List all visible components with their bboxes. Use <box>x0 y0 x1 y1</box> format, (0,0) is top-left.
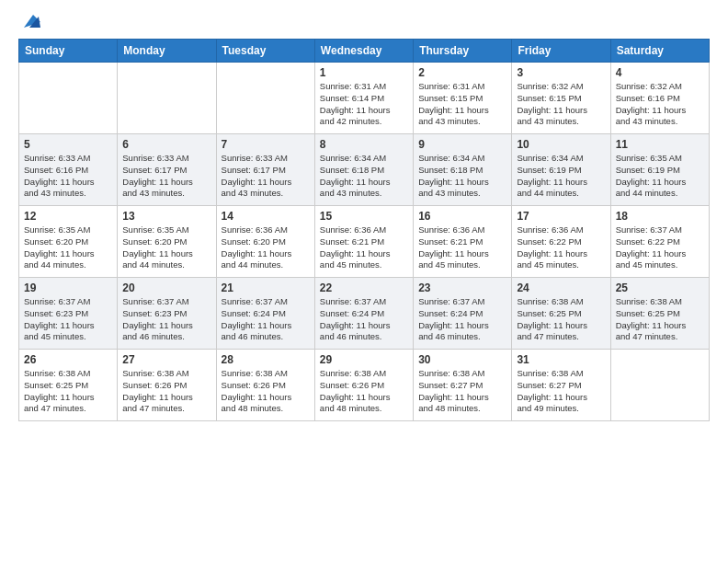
day-number: 12 <box>24 210 112 223</box>
day-info: Sunrise: 6:33 AM Sunset: 6:17 PM Dayligh… <box>222 153 310 200</box>
day-info: Sunrise: 6:36 AM Sunset: 6:21 PM Dayligh… <box>320 224 408 271</box>
calendar-cell: 9Sunrise: 6:34 AM Sunset: 6:18 PM Daylig… <box>414 134 512 206</box>
day-number: 15 <box>320 210 408 223</box>
calendar-cell: 1Sunrise: 6:31 AM Sunset: 6:14 PM Daylig… <box>314 63 413 134</box>
day-number: 11 <box>616 138 704 151</box>
logo <box>18 15 40 31</box>
calendar-cell <box>118 63 216 134</box>
day-number: 29 <box>320 353 408 366</box>
day-number: 7 <box>222 138 310 151</box>
day-info: Sunrise: 6:38 AM Sunset: 6:26 PM Dayligh… <box>320 368 408 415</box>
page: SundayMondayTuesdayWednesdayThursdayFrid… <box>0 0 728 563</box>
day-header-saturday: Saturday <box>610 40 709 63</box>
day-number: 23 <box>418 282 506 294</box>
header <box>18 15 710 31</box>
day-number: 14 <box>222 210 310 223</box>
day-number: 21 <box>222 282 310 294</box>
calendar-cell: 12Sunrise: 6:35 AM Sunset: 6:20 PM Dayli… <box>19 206 118 278</box>
calendar-week-row: 5Sunrise: 6:33 AM Sunset: 6:16 PM Daylig… <box>19 134 710 206</box>
logo-icon <box>20 11 40 31</box>
day-header-friday: Friday <box>512 40 610 63</box>
day-info: Sunrise: 6:38 AM Sunset: 6:25 PM Dayligh… <box>616 296 704 343</box>
day-header-wednesday: Wednesday <box>314 40 413 63</box>
day-number: 3 <box>517 66 605 79</box>
day-number: 5 <box>24 138 112 151</box>
calendar-cell: 11Sunrise: 6:35 AM Sunset: 6:19 PM Dayli… <box>610 134 709 206</box>
calendar-cell: 24Sunrise: 6:38 AM Sunset: 6:25 PM Dayli… <box>512 278 610 350</box>
calendar-cell: 13Sunrise: 6:35 AM Sunset: 6:20 PM Dayli… <box>118 206 216 278</box>
calendar-cell <box>216 63 314 134</box>
day-number: 18 <box>616 210 704 223</box>
day-header-thursday: Thursday <box>414 40 512 63</box>
calendar-cell: 14Sunrise: 6:36 AM Sunset: 6:20 PM Dayli… <box>216 206 314 278</box>
calendar-cell: 4Sunrise: 6:32 AM Sunset: 6:16 PM Daylig… <box>610 63 709 134</box>
day-number: 24 <box>517 282 605 294</box>
calendar-cell: 26Sunrise: 6:38 AM Sunset: 6:25 PM Dayli… <box>19 350 118 421</box>
day-number: 13 <box>122 210 210 223</box>
day-number: 25 <box>616 282 704 294</box>
day-info: Sunrise: 6:33 AM Sunset: 6:16 PM Dayligh… <box>24 153 112 200</box>
day-number: 31 <box>517 353 605 366</box>
calendar-week-row: 1Sunrise: 6:31 AM Sunset: 6:14 PM Daylig… <box>19 63 710 134</box>
day-info: Sunrise: 6:37 AM Sunset: 6:24 PM Dayligh… <box>418 296 506 343</box>
day-header-monday: Monday <box>118 40 216 63</box>
day-number: 28 <box>222 353 310 366</box>
day-number: 1 <box>320 66 408 79</box>
calendar-cell: 25Sunrise: 6:38 AM Sunset: 6:25 PM Dayli… <box>610 278 709 350</box>
day-header-tuesday: Tuesday <box>216 40 314 63</box>
calendar-cell: 28Sunrise: 6:38 AM Sunset: 6:26 PM Dayli… <box>216 350 314 421</box>
calendar-cell: 18Sunrise: 6:37 AM Sunset: 6:22 PM Dayli… <box>610 206 709 278</box>
calendar-cell <box>610 350 709 421</box>
day-info: Sunrise: 6:37 AM Sunset: 6:24 PM Dayligh… <box>320 296 408 343</box>
calendar-cell: 22Sunrise: 6:37 AM Sunset: 6:24 PM Dayli… <box>314 278 413 350</box>
calendar-week-row: 19Sunrise: 6:37 AM Sunset: 6:23 PM Dayli… <box>19 278 710 350</box>
calendar-cell: 7Sunrise: 6:33 AM Sunset: 6:17 PM Daylig… <box>216 134 314 206</box>
day-info: Sunrise: 6:38 AM Sunset: 6:26 PM Dayligh… <box>122 368 210 415</box>
day-number: 27 <box>122 353 210 366</box>
day-info: Sunrise: 6:34 AM Sunset: 6:19 PM Dayligh… <box>517 153 605 200</box>
day-number: 26 <box>24 353 112 366</box>
day-number: 30 <box>418 353 506 366</box>
day-number: 20 <box>122 282 210 294</box>
day-info: Sunrise: 6:37 AM Sunset: 6:22 PM Dayligh… <box>616 224 704 271</box>
day-info: Sunrise: 6:38 AM Sunset: 6:25 PM Dayligh… <box>517 296 605 343</box>
calendar-cell: 19Sunrise: 6:37 AM Sunset: 6:23 PM Dayli… <box>19 278 118 350</box>
day-info: Sunrise: 6:38 AM Sunset: 6:25 PM Dayligh… <box>24 368 112 415</box>
day-info: Sunrise: 6:32 AM Sunset: 6:16 PM Dayligh… <box>616 81 704 128</box>
calendar-cell: 23Sunrise: 6:37 AM Sunset: 6:24 PM Dayli… <box>414 278 512 350</box>
day-info: Sunrise: 6:37 AM Sunset: 6:24 PM Dayligh… <box>222 296 310 343</box>
calendar-cell: 3Sunrise: 6:32 AM Sunset: 6:15 PM Daylig… <box>512 63 610 134</box>
calendar-cell: 2Sunrise: 6:31 AM Sunset: 6:15 PM Daylig… <box>414 63 512 134</box>
calendar-cell: 20Sunrise: 6:37 AM Sunset: 6:23 PM Dayli… <box>118 278 216 350</box>
day-info: Sunrise: 6:35 AM Sunset: 6:20 PM Dayligh… <box>24 224 112 271</box>
day-info: Sunrise: 6:38 AM Sunset: 6:27 PM Dayligh… <box>517 368 605 415</box>
day-info: Sunrise: 6:38 AM Sunset: 6:26 PM Dayligh… <box>222 368 310 415</box>
calendar-cell: 10Sunrise: 6:34 AM Sunset: 6:19 PM Dayli… <box>512 134 610 206</box>
calendar-cell: 21Sunrise: 6:37 AM Sunset: 6:24 PM Dayli… <box>216 278 314 350</box>
day-info: Sunrise: 6:34 AM Sunset: 6:18 PM Dayligh… <box>320 153 408 200</box>
calendar-cell: 15Sunrise: 6:36 AM Sunset: 6:21 PM Dayli… <box>314 206 413 278</box>
calendar-cell: 16Sunrise: 6:36 AM Sunset: 6:21 PM Dayli… <box>414 206 512 278</box>
calendar-cell <box>19 63 118 134</box>
day-number: 22 <box>320 282 408 294</box>
calendar-cell: 29Sunrise: 6:38 AM Sunset: 6:26 PM Dayli… <box>314 350 413 421</box>
day-info: Sunrise: 6:33 AM Sunset: 6:17 PM Dayligh… <box>122 153 210 200</box>
day-info: Sunrise: 6:31 AM Sunset: 6:14 PM Dayligh… <box>320 81 408 128</box>
calendar-cell: 17Sunrise: 6:36 AM Sunset: 6:22 PM Dayli… <box>512 206 610 278</box>
day-info: Sunrise: 6:32 AM Sunset: 6:15 PM Dayligh… <box>517 81 605 128</box>
calendar-cell: 30Sunrise: 6:38 AM Sunset: 6:27 PM Dayli… <box>414 350 512 421</box>
calendar-cell: 6Sunrise: 6:33 AM Sunset: 6:17 PM Daylig… <box>118 134 216 206</box>
day-number: 16 <box>418 210 506 223</box>
calendar-cell: 31Sunrise: 6:38 AM Sunset: 6:27 PM Dayli… <box>512 350 610 421</box>
day-number: 9 <box>418 138 506 151</box>
day-info: Sunrise: 6:37 AM Sunset: 6:23 PM Dayligh… <box>24 296 112 343</box>
calendar-week-row: 12Sunrise: 6:35 AM Sunset: 6:20 PM Dayli… <box>19 206 710 278</box>
day-info: Sunrise: 6:35 AM Sunset: 6:19 PM Dayligh… <box>616 153 704 200</box>
calendar-cell: 5Sunrise: 6:33 AM Sunset: 6:16 PM Daylig… <box>19 134 118 206</box>
day-number: 6 <box>122 138 210 151</box>
day-info: Sunrise: 6:35 AM Sunset: 6:20 PM Dayligh… <box>122 224 210 271</box>
day-info: Sunrise: 6:36 AM Sunset: 6:21 PM Dayligh… <box>418 224 506 271</box>
calendar-table: SundayMondayTuesdayWednesdayThursdayFrid… <box>18 39 710 421</box>
calendar-header-row: SundayMondayTuesdayWednesdayThursdayFrid… <box>19 40 710 63</box>
day-number: 17 <box>517 210 605 223</box>
